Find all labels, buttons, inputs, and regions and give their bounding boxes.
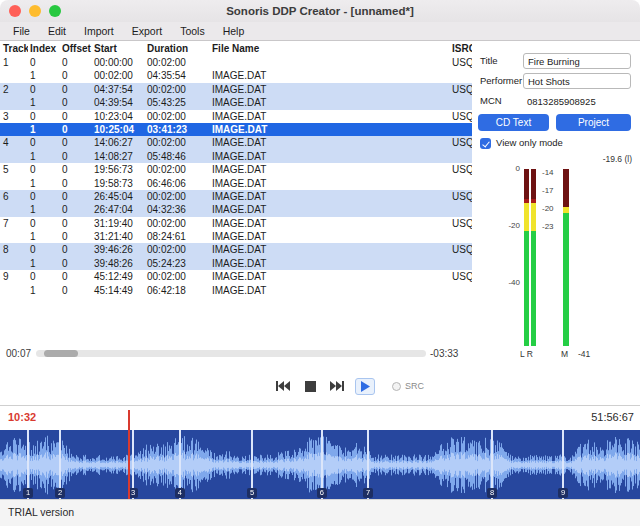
track-marker[interactable]: 2: [55, 488, 65, 498]
window-title: Sonoris DDP Creator - [unnamed*]: [0, 0, 640, 22]
table-row[interactable]: 1026:47:0404:32:36IMAGE.DAT: [0, 203, 472, 216]
track-marker[interactable]: 7: [363, 488, 373, 498]
meter-peak-readout: -19.6 (l): [603, 154, 632, 164]
cell-duration: 04:35:54: [145, 69, 210, 82]
track-marker[interactable]: 4: [175, 488, 185, 498]
previous-track-button[interactable]: [274, 378, 292, 394]
mcn-field[interactable]: [523, 93, 631, 109]
menu-export[interactable]: Export: [123, 23, 171, 39]
table-row[interactable]: 30010:23:0400:02:00IMAGE.DATUSQ: [0, 110, 472, 123]
menu-edit[interactable]: Edit: [39, 23, 75, 39]
cell-start: 10:25:04: [92, 123, 145, 136]
menu-help[interactable]: Help: [214, 23, 254, 39]
cell-track: 7: [0, 217, 28, 230]
col-header-offset[interactable]: Offset: [60, 41, 92, 56]
zoom-button[interactable]: [49, 5, 61, 17]
view-only-checkbox[interactable]: [480, 138, 491, 149]
cell-file: IMAGE.DAT: [210, 69, 450, 82]
cell-track: [0, 203, 28, 216]
title-field[interactable]: [523, 53, 631, 69]
table-row[interactable]: 1019:58:7306:46:06IMAGE.DAT: [0, 177, 472, 190]
cell-isrc: USQ: [450, 110, 472, 123]
menu-import[interactable]: Import: [75, 23, 123, 39]
cell-duration: 05:43:25: [145, 96, 210, 109]
cell-start: 19:58:73: [92, 177, 145, 190]
table-row[interactable]: 1014:08:2705:48:46IMAGE.DAT: [0, 150, 472, 163]
col-header-track[interactable]: Track: [0, 41, 28, 56]
col-header-index[interactable]: Index: [28, 41, 60, 56]
table-row[interactable]: 60026:45:0400:02:00IMAGE.DATUSQ: [0, 190, 472, 203]
seek-thumb[interactable]: [44, 350, 78, 357]
minimize-button[interactable]: [29, 5, 41, 17]
playhead-line[interactable]: [128, 410, 130, 499]
cell-index: 1: [28, 257, 60, 270]
track-marker[interactable]: 8: [487, 488, 497, 498]
cell-index: 0: [28, 110, 60, 123]
cell-file: IMAGE.DAT: [210, 123, 450, 136]
cell-file: IMAGE.DAT: [210, 96, 450, 109]
table-row[interactable]: 50019:56:7300:02:00IMAGE.DATUSQ: [0, 163, 472, 176]
play-button[interactable]: [355, 378, 375, 395]
table-row[interactable]: 1039:48:2605:24:23IMAGE.DAT: [0, 257, 472, 270]
stop-button[interactable]: [301, 378, 319, 394]
cell-start: 26:45:04: [92, 190, 145, 203]
cell-isrc: [450, 150, 472, 163]
table-row[interactable]: 10000:00:0000:02:00USQ: [0, 56, 472, 69]
time-elapsed: 00:07: [6, 348, 31, 359]
table-row[interactable]: 20004:37:5400:02:00IMAGE.DATUSQ: [0, 83, 472, 96]
close-button[interactable]: [9, 5, 21, 17]
cell-duration: 00:02:00: [145, 56, 210, 69]
cell-file: IMAGE.DAT: [210, 230, 450, 243]
track-marker[interactable]: 5: [247, 488, 257, 498]
table-row[interactable]: 1045:14:4906:42:18IMAGE.DAT: [0, 284, 472, 297]
table-row[interactable]: 1010:25:0403:41:23IMAGE.DAT: [0, 123, 472, 136]
cell-file: IMAGE.DAT: [210, 243, 450, 256]
db-scale-0: 0: [500, 164, 520, 173]
cell-track: [0, 150, 28, 163]
seek-slider[interactable]: [36, 350, 426, 357]
cell-offset: 0: [60, 284, 92, 297]
table-row[interactable]: 80039:46:2600:02:00IMAGE.DATUSQ: [0, 243, 472, 256]
cell-index: 1: [28, 123, 60, 136]
track-marker[interactable]: 6: [317, 488, 327, 498]
cell-index: 1: [28, 150, 60, 163]
meter-m-label: M: [561, 349, 568, 359]
src-indicator[interactable]: SRC: [392, 381, 424, 391]
cell-start: 00:02:00: [92, 69, 145, 82]
table-row[interactable]: 70031:19:4000:02:00IMAGE.DATUSQ: [0, 217, 472, 230]
menu-tools[interactable]: Tools: [171, 23, 214, 39]
col-header-isrc[interactable]: ISRC: [450, 41, 472, 56]
cell-isrc: [450, 96, 472, 109]
cell-track: 2: [0, 83, 28, 96]
table-row[interactable]: 40014:06:2700:02:00IMAGE.DATUSQ: [0, 136, 472, 149]
cell-index: 1: [28, 230, 60, 243]
cell-track: [0, 230, 28, 243]
next-track-button[interactable]: [328, 378, 346, 394]
cell-offset: 0: [60, 203, 92, 216]
transport-controls: SRC: [274, 374, 424, 398]
cd-text-button[interactable]: CD Text: [478, 114, 549, 131]
disc-info-panel: Title Performer MCN CD Text Project View…: [472, 41, 640, 406]
table-row[interactable]: 1004:39:5405:43:25IMAGE.DAT: [0, 96, 472, 109]
track-table-header: Track Index Offset Start Duration File N…: [0, 41, 472, 56]
cell-start: 39:46:26: [92, 243, 145, 256]
performer-field[interactable]: [523, 73, 631, 89]
table-row[interactable]: 90045:12:4900:02:00IMAGE.DATUSQ: [0, 270, 472, 283]
cell-duration: 03:41:23: [145, 123, 210, 136]
col-header-start[interactable]: Start: [92, 41, 145, 56]
track-list-pane: Track Index Offset Start Duration File N…: [0, 41, 472, 406]
track-marker[interactable]: 9: [558, 488, 568, 498]
col-header-duration[interactable]: Duration: [145, 41, 210, 56]
track-marker[interactable]: 1: [23, 488, 33, 498]
cell-track: 5: [0, 163, 28, 176]
col-header-filename[interactable]: File Name: [210, 41, 450, 56]
table-row[interactable]: 1000:02:0004:35:54IMAGE.DAT: [0, 69, 472, 82]
cell-offset: 0: [60, 69, 92, 82]
cell-index: 1: [28, 284, 60, 297]
table-row[interactable]: 1031:21:4008:24:61IMAGE.DAT: [0, 230, 472, 243]
cell-track: [0, 96, 28, 109]
menu-file[interactable]: File: [4, 23, 39, 39]
project-button[interactable]: Project: [556, 114, 631, 131]
title-bar: Sonoris DDP Creator - [unnamed*]: [0, 0, 640, 22]
play-icon: [360, 381, 370, 392]
